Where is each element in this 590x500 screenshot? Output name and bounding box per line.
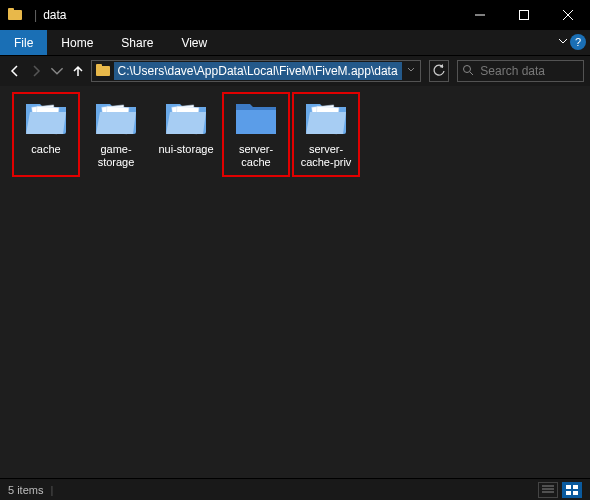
address-bar[interactable]: C:\Users\dave\AppData\Local\FiveM\FiveM.… (91, 60, 421, 82)
address-dropdown-icon[interactable] (402, 66, 420, 76)
svg-rect-7 (96, 64, 102, 68)
folder-icon (304, 98, 348, 139)
maximize-button[interactable] (502, 0, 546, 30)
help-button[interactable]: ? (570, 34, 586, 50)
view-details-button[interactable] (538, 482, 558, 498)
svg-line-9 (470, 72, 473, 75)
folder-label: server-cache (226, 143, 286, 169)
address-path[interactable]: C:\Users\dave\AppData\Local\FiveM\FiveM.… (114, 62, 402, 80)
up-button[interactable] (69, 60, 86, 82)
status-bar: 5 items | (0, 478, 590, 500)
folder-item[interactable]: cache (12, 92, 80, 177)
navigation-bar: C:\Users\dave\AppData\Local\FiveM\FiveM.… (0, 56, 590, 86)
menu-bar: File Home Share View ? (0, 30, 590, 56)
tab-file[interactable]: File (0, 30, 47, 55)
svg-rect-23 (566, 491, 571, 495)
folder-label: cache (31, 143, 60, 156)
tab-home[interactable]: Home (47, 30, 107, 55)
tab-view[interactable]: View (167, 30, 221, 55)
folder-icon (164, 98, 208, 139)
tab-share[interactable]: Share (107, 30, 167, 55)
recent-locations-dropdown[interactable] (48, 60, 65, 82)
title-bar: | data (0, 0, 590, 30)
folder-icon (24, 98, 68, 139)
folder-label: nui-storage (158, 143, 213, 156)
file-list: cachegame-storagenui-storageserver-cache… (0, 86, 590, 478)
svg-rect-24 (573, 491, 578, 495)
folder-item[interactable]: server-cache-priv (292, 92, 360, 177)
minimize-button[interactable] (458, 0, 502, 30)
search-placeholder: Search data (480, 64, 545, 78)
forward-button[interactable] (27, 60, 44, 82)
back-button[interactable] (6, 60, 23, 82)
address-folder-icon (96, 64, 110, 79)
svg-rect-1 (8, 8, 14, 12)
window-title: data (43, 8, 66, 22)
folder-icon (94, 98, 138, 139)
search-input[interactable]: Search data (457, 60, 584, 82)
window-folder-icon (8, 8, 22, 23)
folder-label: server-cache-priv (296, 143, 356, 169)
svg-rect-22 (573, 485, 578, 489)
folder-item[interactable]: server-cache (222, 92, 290, 177)
title-divider: | (34, 8, 37, 22)
ribbon-expand-icon[interactable] (558, 36, 568, 48)
folder-label: game-storage (86, 143, 146, 169)
folder-icon (234, 98, 278, 139)
folder-item[interactable]: game-storage (82, 92, 150, 177)
refresh-button[interactable] (429, 60, 450, 82)
search-icon (462, 64, 474, 79)
svg-rect-3 (520, 11, 529, 20)
close-button[interactable] (546, 0, 590, 30)
svg-rect-21 (566, 485, 571, 489)
status-item-count: 5 items (8, 484, 43, 496)
svg-point-8 (464, 65, 471, 72)
folder-item[interactable]: nui-storage (152, 92, 220, 177)
view-icons-button[interactable] (562, 482, 582, 498)
